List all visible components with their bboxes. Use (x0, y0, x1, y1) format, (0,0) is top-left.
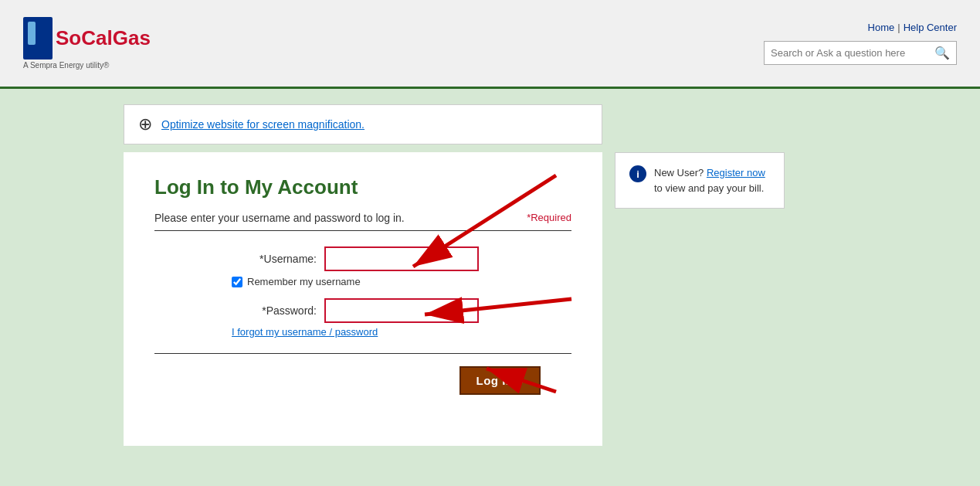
header-right: Home | Help Center 🔍 (764, 22, 957, 65)
logo-area: SoCalGas A Sempra Energy utility® (23, 17, 151, 70)
new-user-text: New User? Register now to view and pay y… (654, 165, 770, 195)
sempra-tagline: A Sempra Energy utility® (23, 61, 109, 70)
required-label: *Required (527, 212, 571, 223)
main-content: ⊕ Optimize website for screen magnificat… (0, 89, 980, 461)
username-row: *Username: (154, 246, 571, 271)
new-user-prefix: New User? (654, 167, 704, 178)
header: SoCalGas A Sempra Energy utility® Home |… (0, 0, 980, 89)
login-description-row: Please enter your username and password … (154, 212, 571, 224)
password-label: *Password: (247, 304, 317, 317)
login-description-text: Please enter your username and password … (154, 212, 405, 224)
new-user-suffix: to view and pay your bill. (654, 182, 764, 194)
logo-so: So (56, 26, 81, 49)
username-input[interactable] (324, 246, 479, 271)
login-card: Log In to My Account Please enter your u… (124, 152, 602, 446)
password-row: *Password: (154, 298, 571, 323)
login-button-row: Log In » (154, 366, 571, 395)
login-button[interactable]: Log In » (459, 366, 541, 395)
magnify-icon: ⊕ (138, 114, 152, 134)
remember-checkbox[interactable] (232, 277, 242, 287)
info-icon: i (629, 165, 646, 182)
search-bar: 🔍 (764, 41, 957, 65)
help-center-link[interactable]: Help Center (904, 22, 957, 33)
nav-separator: | (897, 22, 900, 33)
logo-gas: Gas (113, 26, 151, 49)
search-input[interactable] (771, 47, 934, 59)
logo-cal: Cal (81, 26, 112, 49)
login-title: Log In to My Account (154, 175, 571, 199)
new-user-card: i New User? Register now to view and pay… (615, 152, 785, 209)
socalgas-logo-icon (23, 17, 53, 59)
logo-box: SoCalGas (23, 17, 151, 59)
forgot-link[interactable]: I forgot my username / password (232, 326, 571, 338)
magnification-link[interactable]: Optimize website for screen magnificatio… (161, 118, 365, 131)
magnification-bar: ⊕ Optimize website for screen magnificat… (124, 104, 602, 144)
top-divider (154, 230, 571, 231)
password-input[interactable] (324, 298, 479, 323)
register-now-link[interactable]: Register now (707, 167, 765, 178)
bottom-divider (154, 353, 571, 354)
username-label: *Username: (247, 253, 317, 265)
search-icon[interactable]: 🔍 (934, 46, 950, 60)
remember-label: Remember my username (247, 276, 361, 287)
content-row: Log In to My Account Please enter your u… (124, 152, 856, 446)
home-link[interactable]: Home (868, 22, 895, 33)
logo-text: SoCalGas (56, 26, 151, 50)
header-nav: Home | Help Center (868, 22, 957, 33)
remember-row: Remember my username (232, 276, 571, 287)
